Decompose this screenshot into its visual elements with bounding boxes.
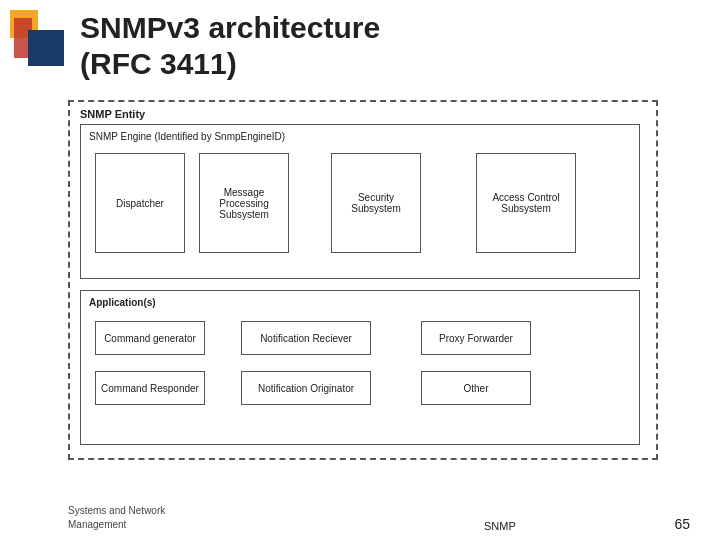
command-responder-box: Command Responder bbox=[95, 371, 205, 405]
proxy-forwarder-box: Proxy Forwarder bbox=[421, 321, 531, 355]
page-title: SNMPv3 architecture (RFC 3411) bbox=[80, 10, 380, 82]
footer-center: SNMP bbox=[484, 520, 516, 532]
footer: Systems and Network Management SNMP 65 bbox=[68, 504, 720, 532]
notification-receiver-box: Notification Reciever bbox=[241, 321, 371, 355]
dispatcher-box: Dispatcher bbox=[95, 153, 185, 253]
decorative-squares bbox=[10, 10, 70, 90]
other-box: Other bbox=[421, 371, 531, 405]
applications-box: Application(s) Command generator Notific… bbox=[80, 290, 640, 445]
command-generator-box: Command generator bbox=[95, 321, 205, 355]
footer-left: Systems and Network Management bbox=[68, 504, 165, 532]
notification-originator-box: Notification Originator bbox=[241, 371, 371, 405]
security-box: Security Subsystem bbox=[331, 153, 421, 253]
footer-page-number: 65 bbox=[674, 516, 690, 532]
snmp-diagram: SNMP Entity SNMP Engine (Identified by S… bbox=[68, 100, 658, 460]
applications-label: Application(s) bbox=[89, 297, 156, 308]
access-control-box: Access Control Subsystem bbox=[476, 153, 576, 253]
snmp-engine-box: SNMP Engine (Identified by SnmpEngineID)… bbox=[80, 124, 640, 279]
snmp-entity-label: SNMP Entity bbox=[80, 108, 145, 120]
mps-box: Message Processing Subsystem bbox=[199, 153, 289, 253]
snmp-engine-label: SNMP Engine (Identified by SnmpEngineID) bbox=[89, 131, 285, 142]
blue-square bbox=[28, 30, 64, 66]
